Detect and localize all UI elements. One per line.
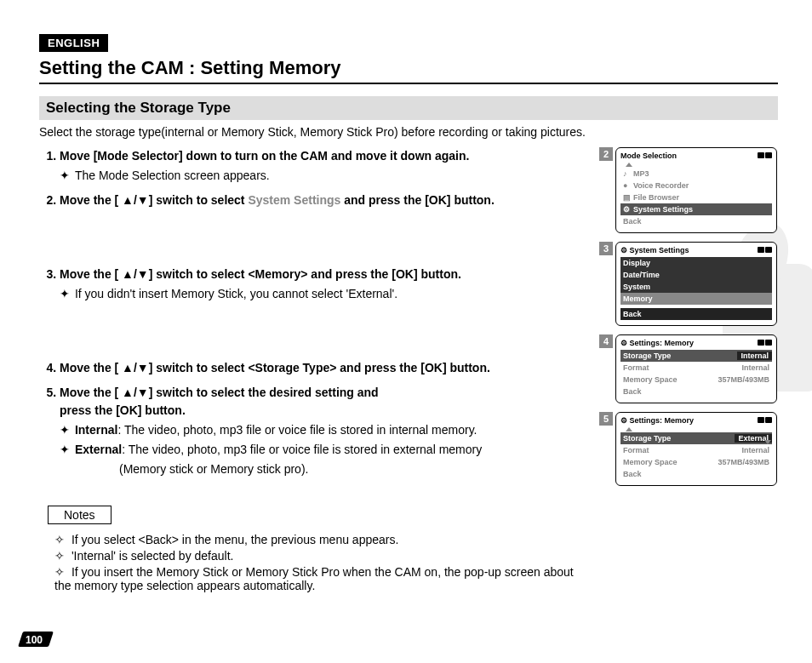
row-selected: Storage TypeExternal (620, 432, 772, 444)
settings-icon: ⚙ (623, 205, 630, 214)
row: Memory Space357MB/493MB (620, 374, 772, 386)
page-title: Setting the CAM : Setting Memory (39, 57, 778, 84)
note-item: If you insert the Memory Stick or Memory… (54, 565, 587, 592)
scroll-up-icon (626, 163, 632, 167)
screen-4-wrap: 4 ⚙ Settings: Memory Storage TypeInterna… (599, 334, 778, 403)
step-4: Move the [ ▲/▼] switch to select <Storag… (60, 359, 587, 377)
status-icons (757, 151, 772, 160)
screen-system-settings: ⚙ System Settings Display Date/Time Syst… (615, 242, 777, 326)
language-badge: ENGLISH (39, 34, 108, 52)
step-2: Move the [ ▲/▼] switch to select System … (60, 191, 587, 259)
step-3: Move the [ ▲/▼] switch to select <Memory… (60, 266, 587, 352)
notes-heading: Notes (48, 506, 112, 524)
menu-item-selected: ⚙System Settings (620, 203, 772, 215)
row-back: Back (620, 468, 772, 480)
status-icons (757, 246, 772, 254)
screen-number: 3 (599, 242, 613, 255)
screen-mode-selection: Mode Selection ♪MP3 ●Voice Recorder ▤Fil… (615, 147, 777, 233)
intro-text: Select the storage type(internal or Memo… (39, 125, 778, 139)
step-5-external: External: The video, photo, mp3 file or … (60, 441, 587, 459)
screen-number: 5 (599, 412, 613, 426)
menu-item-back: Back (620, 215, 772, 227)
settings-icon: ⚙ (620, 246, 630, 254)
menu-item: ♪MP3 (620, 168, 772, 180)
folder-icon: ▤ (623, 193, 630, 202)
mic-icon: ● (623, 181, 630, 190)
menu-item: Display (620, 257, 772, 269)
row: FormatInternal (620, 362, 772, 374)
status-icons (757, 416, 772, 425)
status-icons (757, 339, 772, 347)
row-back: Back (620, 386, 772, 397)
screen-settings-memory-2: ⚙ Settings: Memory Storage TypeExternal … (615, 412, 777, 486)
steps-column: Move [Mode Selector] down to turn on the… (39, 147, 587, 595)
note-item: 'Internal' is selected by default. (54, 549, 587, 563)
music-icon: ♪ (623, 169, 630, 178)
note-item: If you select <Back> in the menu, the pr… (54, 533, 587, 546)
page-number: 100 (26, 634, 43, 646)
screen-5-wrap: 5 ⚙ Settings: Memory Storage TypeExterna… (599, 412, 778, 486)
menu-item: ▤File Browser (620, 191, 772, 203)
scroll-down-icon (764, 440, 771, 444)
row: FormatInternal (620, 444, 772, 456)
screen-settings-memory: ⚙ Settings: Memory Storage TypeInternal … (615, 334, 777, 403)
step-5: Move the [ ▲/▼] switch to select the des… (60, 384, 587, 478)
row: Memory Space357MB/493MB (620, 456, 772, 468)
menu-item: System (620, 281, 772, 293)
menu-item-back: Back (620, 308, 772, 320)
screen-2-wrap: 2 Mode Selection ♪MP3 ●Voice Recorder ▤F… (599, 147, 778, 233)
notes-list: If you select <Back> in the menu, the pr… (39, 533, 587, 592)
scroll-up-icon (626, 427, 632, 432)
screen-3-wrap: 3 ⚙ System Settings Display Date/Time Sy… (599, 242, 778, 326)
section-title: Selecting the Storage Type (39, 96, 778, 120)
step-3-sub: If you didn't insert Memory Stick, you c… (60, 285, 587, 303)
settings-icon: ⚙ (620, 416, 630, 425)
step-1: Move [Mode Selector] down to turn on the… (60, 147, 587, 185)
settings-icon: ⚙ (620, 339, 630, 347)
menu-item: Date/Time (620, 269, 772, 281)
menu-item-selected: Memory (620, 293, 772, 305)
screen-number: 4 (599, 334, 613, 348)
step-1-sub: The Mode Selection screen appears. (60, 167, 587, 185)
menu-item: ●Voice Recorder (620, 180, 772, 191)
step-5-external-2: (Memory stick or Memory stick pro). (119, 460, 587, 478)
row-selected: Storage TypeInternal (620, 350, 772, 362)
screens-column: 2 Mode Selection ♪MP3 ●Voice Recorder ▤F… (599, 147, 778, 595)
step-5-internal: Internal: The video, photo, mp3 file or … (60, 421, 587, 439)
screen-number: 2 (599, 147, 613, 161)
